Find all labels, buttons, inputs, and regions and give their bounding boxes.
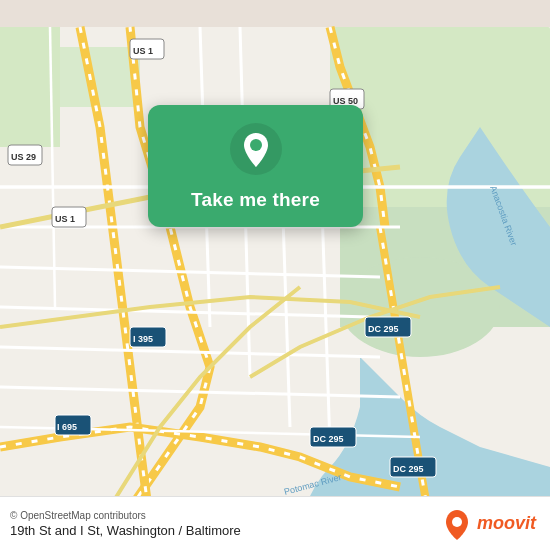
location-card: Take me there: [148, 105, 363, 227]
moovit-logo: moovit: [441, 508, 536, 540]
svg-text:US 1: US 1: [133, 46, 153, 56]
location-label: 19th St and I St, Washington / Baltimore: [10, 523, 241, 538]
svg-text:DC 295: DC 295: [368, 324, 399, 334]
svg-rect-5: [60, 47, 140, 107]
osm-credit: © OpenStreetMap contributors: [10, 510, 241, 521]
location-pin-icon: [230, 123, 282, 175]
svg-point-41: [452, 517, 462, 527]
moovit-brand-text: moovit: [477, 513, 536, 534]
moovit-pin-icon: [441, 508, 473, 540]
svg-point-40: [250, 139, 262, 151]
map-background: US 29 US 1 US 1 US 50 I 395 I 695 DC 295…: [0, 0, 550, 550]
take-me-there-button[interactable]: Take me there: [191, 189, 320, 211]
svg-text:I 395: I 395: [133, 334, 153, 344]
svg-text:I 695: I 695: [57, 422, 77, 432]
svg-text:US 29: US 29: [11, 152, 36, 162]
map-container: US 29 US 1 US 1 US 50 I 395 I 695 DC 295…: [0, 0, 550, 550]
location-info: © OpenStreetMap contributors 19th St and…: [10, 510, 241, 538]
svg-text:DC 295: DC 295: [393, 464, 424, 474]
svg-text:US 1: US 1: [55, 214, 75, 224]
svg-text:DC 295: DC 295: [313, 434, 344, 444]
bottom-bar: © OpenStreetMap contributors 19th St and…: [0, 496, 550, 550]
